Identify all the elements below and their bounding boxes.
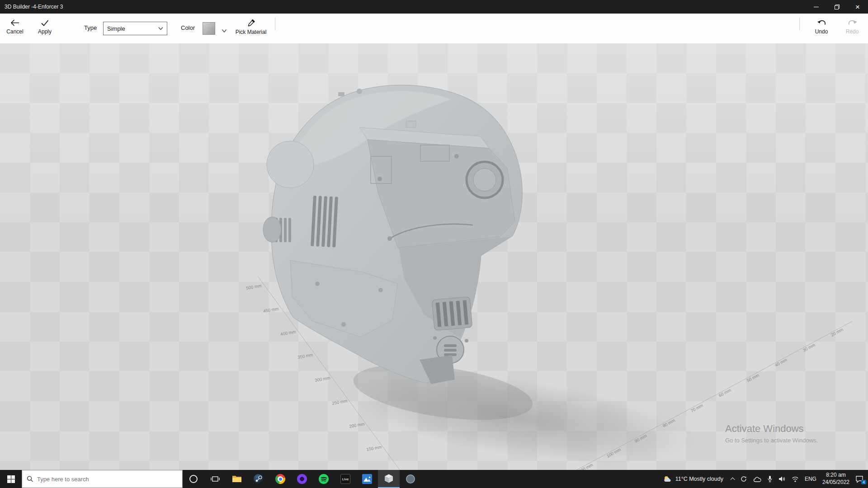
photos-icon (362, 474, 372, 484)
clock-date: 24/05/2022 (822, 479, 849, 486)
tray-expand-chevron[interactable] (730, 478, 735, 482)
action-center-button[interactable]: 4 (855, 475, 863, 483)
live-app-label: Live (342, 477, 349, 481)
live-app-icon: Live (340, 474, 350, 484)
toolbar-separator (275, 18, 275, 30)
minimize-icon (814, 7, 819, 7)
undo-button[interactable]: Undo (810, 19, 833, 35)
taskbar-clock[interactable]: 8:20 am 24/05/2022 (822, 472, 849, 486)
restore-button[interactable] (826, 0, 847, 14)
paint3d-icon (406, 474, 415, 483)
ruler-label: 40 mm (774, 357, 788, 367)
ruler-label: 350 mm (297, 352, 313, 360)
taskbar-app-explorer[interactable] (226, 470, 248, 488)
cortana-button[interactable] (183, 470, 204, 488)
taskbar-app-3dbuilder[interactable] (378, 470, 400, 488)
weather-widget[interactable]: 11°C Mostly cloudy (661, 475, 725, 483)
purple-app-icon (297, 474, 307, 484)
sync-tray-icon[interactable] (740, 475, 747, 483)
file-explorer-icon (232, 475, 242, 483)
pick-material-label: Pick Material (236, 29, 267, 35)
ruler-label: 70 mm (690, 403, 704, 413)
taskbar-search[interactable] (22, 470, 183, 488)
chrome-icon (275, 474, 285, 484)
color-dropdown-button[interactable] (222, 27, 227, 35)
ruler-label: 150 mm (366, 444, 382, 452)
steam-icon (254, 474, 264, 484)
type-dropdown[interactable]: Simple (103, 22, 167, 35)
spotify-icon (319, 474, 329, 484)
taskbar-app-paint3d[interactable] (400, 470, 421, 488)
close-icon: × (855, 3, 860, 11)
ruler-label: 300 mm (314, 375, 330, 383)
start-button[interactable] (0, 470, 22, 488)
chevron-down-icon (222, 29, 227, 33)
language-indicator[interactable]: ENG (805, 476, 816, 482)
redo-icon (848, 19, 857, 27)
close-button[interactable]: × (847, 0, 868, 14)
checkmark-icon (40, 19, 49, 27)
clock-time: 8:20 am (822, 472, 849, 479)
taskbar-app-chrome[interactable] (269, 470, 291, 488)
title-bar: 3D Builder -4-Enforcer 3 × (0, 0, 868, 14)
ruler-label: 200 mm (349, 421, 365, 429)
taskbar-app-live[interactable]: Live (335, 470, 356, 488)
apply-label: Apply (38, 28, 52, 35)
ruler-label: 450 mm (263, 306, 279, 314)
type-dropdown-value: Simple (107, 25, 158, 32)
task-view-icon (211, 475, 220, 483)
network-tray-icon[interactable] (792, 476, 799, 482)
redo-label: Redo (846, 28, 859, 35)
chevron-down-icon (158, 27, 163, 30)
ruler-label: 30 mm (802, 342, 816, 352)
model-helmet (263, 85, 522, 384)
scene-canvas: 500 mm 450 mm 400 mm 350 mm 300 mm 250 m… (0, 43, 868, 470)
system-tray: 11°C Mostly cloudy (661, 472, 868, 486)
microphone-tray-icon[interactable] (767, 475, 773, 483)
search-icon (27, 475, 33, 483)
redo-button[interactable]: Redo (841, 19, 863, 35)
notification-badge: 4 (861, 480, 866, 484)
toolbar: Cancel Apply Type Simple Color Pick Mate… (0, 14, 868, 43)
task-view-button[interactable] (204, 470, 226, 488)
viewport-3d[interactable]: 500 mm 450 mm 400 mm 350 mm 300 mm 250 m… (0, 43, 868, 470)
cancel-label: Cancel (6, 28, 23, 35)
taskbar-app-purple[interactable] (291, 470, 313, 488)
ruler-label: 400 mm (280, 329, 296, 337)
taskbar-app-steam[interactable] (248, 470, 269, 488)
taskbar-app-photos[interactable] (356, 470, 378, 488)
ruler-label: 60 mm (718, 387, 732, 398)
ruler-label: 50 mm (746, 372, 760, 383)
undo-label: Undo (815, 28, 828, 35)
undo-icon (817, 19, 826, 27)
cancel-button[interactable]: Cancel (5, 19, 25, 35)
weather-icon (663, 475, 672, 483)
ruler-label: 250 mm (331, 398, 348, 406)
toolbar-separator (799, 18, 800, 30)
3d-builder-icon (384, 474, 394, 483)
window-controls: × (806, 0, 868, 14)
apply-button[interactable]: Apply (34, 19, 55, 35)
pick-material-button[interactable]: Pick Material (230, 19, 272, 35)
minimize-button[interactable] (806, 0, 826, 14)
back-arrow-icon (10, 19, 20, 27)
window-title: 3D Builder -4-Enforcer 3 (0, 4, 63, 10)
weather-text: 11°C Mostly cloudy (675, 476, 723, 482)
restore-icon (835, 5, 840, 9)
volume-tray-icon[interactable] (778, 476, 786, 482)
cortana-icon (189, 475, 198, 483)
type-label: Type (84, 24, 97, 31)
ruler-label: 20 mm (830, 327, 844, 337)
onedrive-tray-icon[interactable] (753, 476, 761, 482)
taskbar-app-spotify[interactable] (313, 470, 335, 488)
search-input[interactable] (37, 476, 178, 483)
ruler-label: 500 mm (245, 283, 262, 291)
color-label: Color (181, 24, 195, 31)
windows-logo-icon (7, 475, 15, 483)
eyedropper-icon (247, 19, 255, 27)
taskbar: Live 11°C Mostly cloudy (0, 470, 868, 488)
color-swatch[interactable] (203, 22, 215, 35)
